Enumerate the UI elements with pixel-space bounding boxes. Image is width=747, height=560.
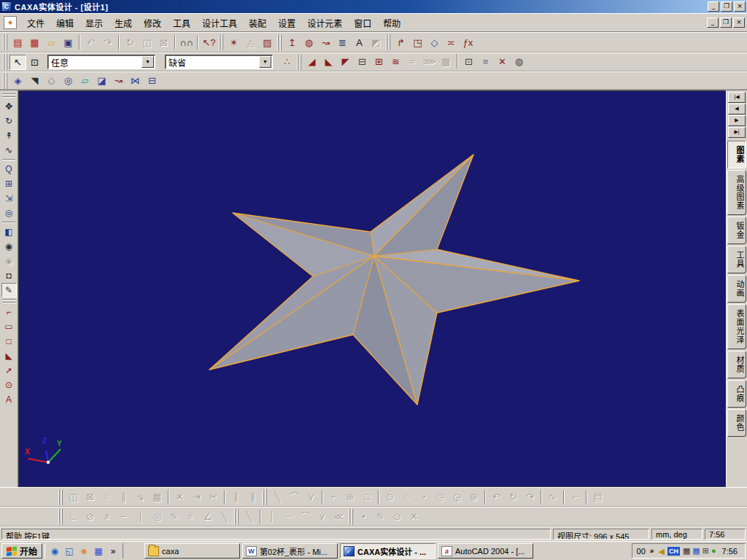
sketch-move-icon[interactable]: ⇘ xyxy=(132,489,149,505)
circle-center-radius-icon[interactable]: ⊙ xyxy=(382,489,398,505)
arc-cw-icon[interactable]: ↷ xyxy=(522,489,538,505)
section-tool-icon[interactable]: ⊟ xyxy=(144,73,160,88)
rect-tool-icon[interactable]: □ xyxy=(1,334,17,349)
projection-fork-icon[interactable]: ⋎ xyxy=(314,509,330,524)
select-tool-icon[interactable]: ↖ xyxy=(9,55,26,70)
quick-launch-browser-icon[interactable]: ◉ xyxy=(48,545,61,558)
constraint-concentric-icon[interactable]: ◎ xyxy=(149,509,166,524)
draw-arc-line-icon[interactable]: ⌒ xyxy=(286,489,303,505)
tray-volume-icon[interactable]: ◀ xyxy=(658,547,664,556)
point-center-icon[interactable]: ⊙ xyxy=(389,509,406,524)
point-delete-icon[interactable]: ✕ xyxy=(406,509,422,524)
centerline-horizontal-icon[interactable]: ┄ xyxy=(280,509,297,524)
menu-item-1[interactable]: 编辑 xyxy=(50,15,80,31)
new-design-icon[interactable]: ▤ xyxy=(9,35,26,50)
extrude-wizard-icon[interactable]: ◥ xyxy=(26,73,43,88)
restore-button[interactable]: ❐ xyxy=(721,1,732,12)
circle-direction-tool-icon[interactable]: ⊙ xyxy=(1,378,17,392)
toolbar-gripper[interactable] xyxy=(3,54,8,70)
sound-tool-icon[interactable]: ◩ xyxy=(368,35,384,50)
doc-minimize-button[interactable]: _ xyxy=(707,18,719,28)
sketch-angle-snap-icon[interactable]: ∥ xyxy=(115,489,132,505)
selection-filter-combo[interactable]: 任意 ▼ xyxy=(47,55,155,69)
tray-app-blue-icon[interactable]: ▦ xyxy=(692,547,700,555)
ghost-pattern-icon[interactable]: ▩ xyxy=(438,54,454,69)
zoom-view-icon[interactable]: Q xyxy=(1,162,17,176)
mirror-wizard-icon[interactable]: ⋈ xyxy=(127,73,144,88)
select-box-tool-icon[interactable]: ⊡ xyxy=(26,55,43,70)
sketch-zoom-icon[interactable]: ⊠ xyxy=(82,489,98,505)
ghost-loft-icon[interactable]: ⋙ xyxy=(421,54,438,69)
point-sketch-icon[interactable]: ✎ xyxy=(372,509,389,524)
star-model[interactable]: XYZ xyxy=(19,91,725,487)
redirect-tool-icon[interactable]: ↱ xyxy=(392,35,409,50)
draft-tool-icon[interactable]: ⌐ xyxy=(1,305,17,319)
menu-item-9[interactable]: 设计元素 xyxy=(301,15,348,31)
constraint-parallel-icon[interactable]: ≠ xyxy=(98,509,115,524)
dim-linear-icon[interactable]: ⌐ xyxy=(325,489,342,505)
arc-center-icon[interactable]: ↻ xyxy=(505,489,522,505)
constraint-collinear-icon[interactable]: ╲ xyxy=(216,509,233,524)
box-wizard-icon[interactable]: ◪ xyxy=(93,73,110,88)
page-setup-icon[interactable]: ⊡ xyxy=(460,54,477,69)
document-icon[interactable]: ✦ xyxy=(4,16,17,29)
doc-close-button[interactable]: × xyxy=(733,18,745,28)
menu-item-5[interactable]: 工具 xyxy=(167,15,196,31)
tab-scroll-next[interactable]: ▶ xyxy=(728,115,746,126)
toolbar-gripper[interactable] xyxy=(2,299,15,303)
render-settings-icon[interactable]: ✎ xyxy=(1,283,17,298)
quick-launch-messenger-icon[interactable]: ☻ xyxy=(77,545,90,558)
cut-segment-icon[interactable]: ✂ xyxy=(205,489,222,505)
loft-feature-icon[interactable]: ≣ xyxy=(334,35,351,50)
tab-scroll-first[interactable]: |◀ xyxy=(728,92,746,103)
constraint-vertical-icon[interactable]: ∣ xyxy=(132,509,149,524)
sheet-wizard-icon[interactable]: ◇ xyxy=(43,73,60,88)
sketch-stamp-icon[interactable]: ▦ xyxy=(149,489,166,505)
draw-polygon-icon[interactable]: ⊛ xyxy=(465,489,482,505)
edit-cross-section-icon[interactable]: ◈ xyxy=(9,73,26,88)
update-links-icon[interactable]: ↻ xyxy=(122,35,139,50)
centerline-vertical-icon[interactable]: ┆ xyxy=(263,509,280,524)
circle-tangent-icon[interactable]: ◶ xyxy=(449,489,465,505)
dim-rect-tool-icon[interactable]: ▭ xyxy=(1,319,17,334)
quick-launch-app-icon[interactable]: ▦ xyxy=(92,545,105,558)
sweep-feature-icon[interactable]: ↝ xyxy=(317,35,334,50)
task-button[interactable]: ✓CAXA实体设计 - ... xyxy=(340,543,436,559)
zoom-window-icon[interactable]: ⊞ xyxy=(1,176,17,191)
toolbar-gripper[interactable] xyxy=(219,34,224,50)
arc-ccw-icon[interactable]: ↶ xyxy=(488,489,505,505)
smart-render-icon[interactable]: ✶ xyxy=(225,35,242,50)
new-drawing-icon[interactable]: ▦ xyxy=(26,35,43,50)
revolve-wizard-icon[interactable]: ◎ xyxy=(60,73,77,88)
lock-update-icon[interactable]: ⊠ xyxy=(155,35,172,50)
display-mode-icon[interactable]: ◧ xyxy=(1,225,17,239)
open-file-icon[interactable]: ▱ xyxy=(43,35,60,50)
menu-item-7[interactable]: 装配 xyxy=(243,15,272,31)
quick-launch-more-icon[interactable]: » xyxy=(107,545,120,558)
stamp-revolve-icon[interactable]: ⊞ xyxy=(371,54,387,69)
task-button[interactable]: aAutoCAD 2004 - [... xyxy=(438,543,533,559)
render-shaded-icon[interactable]: ◣ xyxy=(320,54,337,69)
draw-fork-icon[interactable]: ⋎ xyxy=(303,489,320,505)
sidebar-tab-advanced-primitives[interactable]: 高级图素 xyxy=(727,170,746,215)
measure-tool-icon[interactable]: ✕ xyxy=(494,54,511,69)
task-button[interactable]: caxa xyxy=(144,543,240,559)
chamfer-tool-icon[interactable]: ◣ xyxy=(1,349,17,363)
toolbar-gripper[interactable] xyxy=(58,509,63,525)
projection-edge-icon[interactable]: ≪ xyxy=(330,509,347,524)
box-feature-icon[interactable]: ◳ xyxy=(409,35,426,50)
copy-attributes-icon[interactable]: ◫ xyxy=(139,35,155,50)
chevron-down-icon[interactable]: ▼ xyxy=(259,56,271,68)
stamp-extrude-icon[interactable]: ⊟ xyxy=(354,54,371,69)
trim-segment-icon[interactable]: ⇥ xyxy=(188,489,205,505)
language-indicator[interactable]: CH xyxy=(667,547,680,556)
infinite-line-icon[interactable]: ╲ xyxy=(241,509,258,524)
render-realistic-icon[interactable]: ◢ xyxy=(303,54,320,69)
ghost-sweep-icon[interactable]: ≈ xyxy=(404,54,421,69)
task-button[interactable]: W第02杯_裹形 - Mi... xyxy=(242,543,338,559)
rotate-view-icon[interactable]: ↻ xyxy=(1,114,17,128)
tray-input-keyboard-icon[interactable]: ▦ xyxy=(683,547,690,555)
tray-antivirus-icon[interactable]: ● xyxy=(711,547,716,555)
smart-motion-icon[interactable]: ▨ xyxy=(259,35,276,50)
multi-camera-icon[interactable]: ◘ xyxy=(1,268,17,283)
